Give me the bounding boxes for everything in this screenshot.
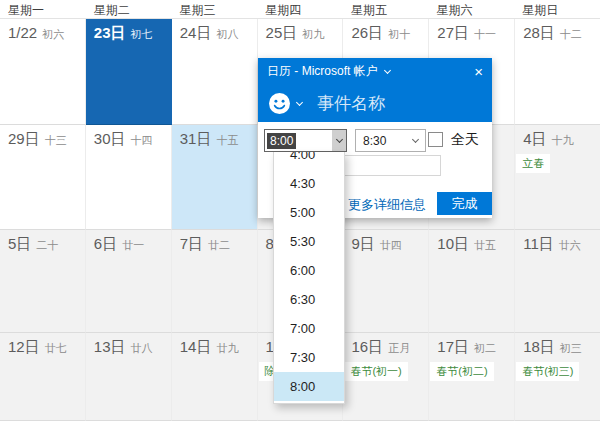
calendar-cell-active[interactable]: 31日十五 (172, 125, 258, 230)
weekday-header: 星期三 (171, 0, 257, 18)
holiday-label: 春节(初三) (516, 362, 579, 381)
day-number: 6日 (94, 235, 117, 252)
lunar-day: 廿四 (380, 239, 402, 251)
day-number: 14日 (180, 338, 212, 355)
emoji-chevron-icon[interactable] (296, 98, 303, 105)
more-details-link[interactable]: 更多详细信息 (348, 196, 426, 214)
start-time-dropdown-button[interactable] (332, 130, 346, 151)
day-number: 9日 (351, 235, 374, 252)
day-number: 30日 (94, 130, 126, 147)
calendar-cell[interactable]: 7日廿二 (172, 230, 258, 333)
lunar-day: 初十 (388, 28, 410, 40)
calendar-cell[interactable]: 1/22初六 (0, 19, 86, 125)
holiday-label: 春节(初二) (430, 362, 493, 381)
calendar-cell[interactable]: 5日二十 (0, 230, 86, 333)
lunar-day: 正月 (388, 342, 410, 354)
calendar-cell[interactable]: 18日初三春节(初三) (515, 333, 600, 421)
flyout-title: 日历 - Microsoft 帐户 (267, 63, 378, 80)
day-number: 28日 (523, 24, 555, 41)
day-number: 26日 (351, 24, 383, 41)
day-number: 12日 (8, 338, 40, 355)
time-option[interactable]: 6:00 (274, 256, 344, 285)
lunar-day: 廿二 (208, 239, 230, 251)
time-option[interactable]: 5:00 (274, 198, 344, 227)
lunar-day: 初二 (474, 342, 496, 354)
chevron-down-icon (412, 136, 419, 143)
account-chevron-icon[interactable] (384, 66, 391, 73)
lunar-day: 廿七 (45, 342, 67, 354)
day-number: 13日 (94, 338, 126, 355)
lunar-day: 十一 (474, 28, 496, 40)
time-option[interactable]: 5:30 (274, 227, 344, 256)
lunar-day: 十三 (45, 134, 67, 146)
day-number: 16日 (351, 338, 383, 355)
end-time-combobox[interactable]: 8:30 (355, 129, 426, 152)
day-number: 11日 (523, 235, 554, 252)
end-time-value: 8:30 (363, 134, 386, 148)
holiday-label: 春节(初一) (344, 362, 407, 381)
lunar-day: 廿八 (131, 342, 153, 354)
calendar-cell[interactable]: 9日廿四 (343, 230, 429, 333)
calendar-cell-selected[interactable]: 23日初七 (86, 19, 172, 125)
calendar-cell[interactable]: 12日廿七 (0, 333, 86, 421)
day-number: 5日 (8, 235, 31, 252)
all-day-label: 全天 (451, 131, 479, 149)
calendar-cell[interactable]: 30日十四 (86, 125, 172, 230)
lunar-day: 廿一 (122, 239, 144, 251)
time-option[interactable]: 6:30 (274, 285, 344, 314)
day-number: 7日 (180, 235, 203, 252)
emoji-icon[interactable] (269, 93, 290, 114)
weekday-header: 星期四 (257, 0, 343, 18)
day-number: 27日 (437, 24, 469, 41)
time-option[interactable]: 4:00 (274, 152, 344, 169)
lunar-day: 初三 (560, 342, 582, 354)
start-time-combobox[interactable]: 8:00 (264, 129, 347, 152)
lunar-day: 十九 (552, 134, 574, 146)
day-number: 31日 (180, 130, 212, 147)
flyout-header: 日历 - Microsoft 帐户 × (258, 58, 492, 85)
time-option[interactable]: 7:00 (274, 314, 344, 343)
day-number: 10日 (437, 235, 469, 252)
calendar-cell[interactable]: 24日初八 (172, 19, 258, 125)
day-number: 17日 (437, 338, 469, 355)
lunar-day: 廿五 (474, 239, 496, 251)
done-button[interactable]: 完成 (437, 192, 492, 215)
calendar-cell[interactable]: 10日廿五 (429, 230, 515, 333)
calendar-cell[interactable]: 17日初二春节(初二) (429, 333, 515, 421)
lunar-day: 十四 (131, 134, 153, 146)
day-number: 23日 (94, 24, 126, 41)
weekday-header: 星期五 (343, 0, 429, 18)
weekday-header: 星期日 (514, 0, 600, 18)
weekday-header-row: 星期一 星期二 星期三 星期四 星期五 星期六 星期日 (0, 0, 600, 19)
event-name-row: 事件名称 (258, 85, 492, 122)
holiday-label: 立春 (516, 154, 550, 173)
calendar-cell[interactable]: 28日十二 (515, 19, 600, 125)
weekday-header: 星期二 (86, 0, 172, 18)
day-number: 4日 (523, 130, 546, 147)
lunar-day: 廿九 (216, 342, 238, 354)
close-icon[interactable]: × (463, 64, 483, 79)
time-option[interactable]: 7:30 (274, 343, 344, 372)
calendar-cell[interactable]: 13日廿八 (86, 333, 172, 421)
time-option-selected[interactable]: 8:00 (274, 372, 344, 401)
day-number: 29日 (8, 130, 40, 147)
calendar-cell[interactable]: 29日十三 (0, 125, 86, 230)
day-number: 1/22 (8, 24, 37, 41)
day-number: 24日 (180, 24, 212, 41)
lunar-day: 十二 (560, 28, 582, 40)
weekday-header: 星期六 (429, 0, 515, 18)
event-name-input[interactable]: 事件名称 (317, 92, 385, 115)
calendar-cell[interactable]: 14日廿九 (172, 333, 258, 421)
chevron-down-icon (335, 136, 342, 143)
all-day-checkbox[interactable] (428, 132, 443, 147)
lunar-day: 二十 (36, 239, 58, 251)
time-option[interactable]: 4:30 (274, 169, 344, 198)
calendar-cell[interactable]: 11日廿六 (515, 230, 600, 333)
calendar-cell[interactable]: 6日廿一 (86, 230, 172, 333)
calendar-cell[interactable]: 4日十九立春 (515, 125, 600, 230)
calendar-cell[interactable]: 16日正月春节(初一) (343, 333, 429, 421)
day-number: 25日 (266, 24, 298, 41)
lunar-day: 十五 (216, 134, 238, 146)
time-option-list: 4:00 4:30 5:00 5:30 6:00 6:30 7:00 7:30 … (274, 152, 344, 401)
lunar-day: 初九 (302, 28, 324, 40)
